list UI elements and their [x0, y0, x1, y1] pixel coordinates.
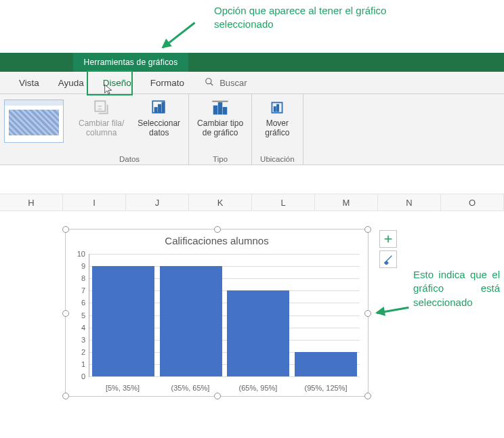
- search-icon: [205, 77, 214, 89]
- y-tick-label: 6: [72, 299, 85, 307]
- col-L[interactable]: L: [252, 194, 315, 211]
- svg-rect-12: [277, 105, 278, 112]
- col-I[interactable]: I: [63, 194, 126, 211]
- group-ubicacion-label: Ubicación: [260, 155, 295, 163]
- col-N[interactable]: N: [378, 194, 441, 211]
- y-tick-label: 5: [72, 311, 85, 320]
- svg-rect-5: [159, 105, 161, 112]
- change-chart-type-icon: [211, 98, 230, 117]
- group-ubicacion: Mover gráfico Ubicación: [252, 94, 303, 165]
- brush-icon: [383, 254, 394, 265]
- x-tick-label: [5%, 35%]: [89, 384, 156, 392]
- move-chart-icon: [268, 98, 287, 117]
- data-bar[interactable]: [227, 290, 289, 376]
- resize-handle-nw[interactable]: [62, 226, 69, 233]
- data-bar[interactable]: [92, 266, 154, 376]
- y-tick-label: 10: [72, 250, 85, 258]
- group-datos-label: Datos: [119, 155, 140, 163]
- select-data-button[interactable]: Seleccionar datos: [138, 98, 180, 138]
- switch-row-column-icon: [92, 98, 111, 117]
- tab-vista[interactable]: Vista: [0, 72, 49, 93]
- x-tick-label: (35%, 65%]: [156, 384, 224, 392]
- col-K[interactable]: K: [189, 194, 252, 211]
- data-bar[interactable]: [160, 266, 222, 376]
- y-tick-label: 1: [72, 360, 85, 368]
- ribbon-tabs: Vista Ayuda Diseño Formato Buscar: [0, 72, 504, 94]
- svg-rect-7: [214, 106, 217, 114]
- chart-bars: [89, 254, 360, 376]
- annotation-right: Esto indica que el gráfico está seleccio…: [413, 268, 500, 309]
- chart-styles-button[interactable]: [379, 250, 397, 268]
- svg-rect-8: [219, 103, 222, 114]
- chart-plot-area[interactable]: 012345678910: [89, 254, 360, 377]
- col-M[interactable]: M: [315, 194, 378, 211]
- switch-row-column-button: Cambiar fila/ columna: [79, 98, 124, 138]
- x-tick-label: (65%, 95%]: [224, 384, 292, 392]
- col-O[interactable]: O: [441, 194, 504, 211]
- svg-rect-9: [224, 108, 227, 114]
- chart-x-labels: [5%, 35%](35%, 65%](65%, 95%](95%, 125%]: [89, 384, 360, 392]
- change-chart-type-button[interactable]: Cambiar tipo de gráfico: [197, 98, 243, 138]
- select-data-icon: [150, 98, 169, 117]
- title-bar: Herramientas de gráficos: [0, 53, 504, 72]
- ribbon: Herramientas de gráficos Vista Ayuda Dis…: [0, 53, 504, 165]
- context-tab-chart-tools: Herramientas de gráficos: [73, 53, 188, 72]
- y-tick-label: 9: [72, 262, 85, 270]
- data-bar[interactable]: [295, 352, 357, 376]
- y-tick-label: 4: [72, 324, 85, 332]
- annotation-right-text: Esto indica que el gráfico está seleccio…: [413, 268, 500, 309]
- tab-formato[interactable]: Formato: [141, 72, 194, 93]
- bar-slot: [157, 254, 225, 376]
- y-tick-label: 0: [72, 372, 85, 380]
- resize-handle-e[interactable]: [364, 310, 371, 317]
- y-tick-label: 8: [72, 274, 85, 282]
- col-H[interactable]: H: [0, 194, 63, 211]
- annotation-top: Opción que aparece al tener el gráfico s…: [214, 4, 417, 32]
- ribbon-body: Cambiar fila/ columna Seleccionar datos …: [0, 94, 504, 165]
- chart-style-thumbnail[interactable]: [4, 100, 64, 143]
- search-label: Buscar: [219, 78, 247, 88]
- chart-elements-button[interactable]: [379, 230, 397, 248]
- bar-slot: [292, 254, 360, 376]
- svg-rect-4: [154, 108, 156, 112]
- bar-slot: [89, 254, 157, 376]
- tab-diseno[interactable]: Diseño: [93, 72, 141, 93]
- x-tick-label: (95%, 125%]: [292, 384, 360, 392]
- chart-style-group: [0, 94, 70, 165]
- col-J[interactable]: J: [126, 194, 189, 211]
- chart-object[interactable]: Calificaciones alumnos 012345678910 [5%,…: [65, 229, 369, 397]
- column-headers: H I J K L M N O: [0, 194, 504, 211]
- search-box[interactable]: Buscar: [194, 72, 257, 93]
- resize-handle-ne[interactable]: [364, 226, 371, 233]
- gridline: [89, 376, 360, 377]
- y-tick-label: 7: [72, 286, 85, 294]
- group-datos: Cambiar fila/ columna Seleccionar datos …: [70, 94, 189, 165]
- resize-handle-w[interactable]: [62, 310, 69, 317]
- resize-handle-sw[interactable]: [62, 393, 69, 399]
- move-chart-button[interactable]: Mover gráfico: [265, 98, 289, 138]
- resize-handle-se[interactable]: [364, 393, 371, 399]
- svg-point-0: [206, 78, 211, 83]
- group-tipo: Cambiar tipo de gráfico Tipo: [189, 94, 252, 165]
- annotation-top-text: Opción que aparece al tener el gráfico s…: [214, 4, 417, 32]
- svg-line-1: [211, 83, 213, 85]
- switch-row-column-label: Cambiar fila/ columna: [79, 118, 124, 138]
- resize-handle-n[interactable]: [214, 226, 221, 233]
- svg-rect-6: [162, 102, 164, 112]
- y-tick-label: 3: [72, 336, 85, 344]
- select-data-label: Seleccionar datos: [138, 118, 180, 138]
- group-tipo-label: Tipo: [213, 155, 228, 163]
- svg-rect-11: [274, 107, 276, 112]
- change-chart-type-label: Cambiar tipo de gráfico: [197, 118, 243, 138]
- resize-handle-s[interactable]: [214, 393, 221, 399]
- tab-ayuda[interactable]: Ayuda: [49, 72, 93, 93]
- bar-slot: [225, 254, 293, 376]
- y-tick-label: 2: [72, 348, 85, 356]
- move-chart-label: Mover gráfico: [265, 118, 289, 138]
